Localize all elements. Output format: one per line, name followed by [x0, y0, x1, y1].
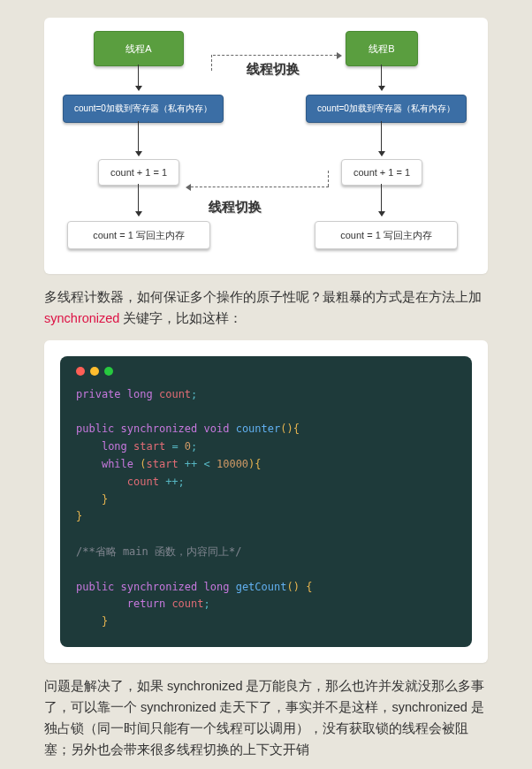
switch-label-2: 线程切换	[209, 199, 262, 216]
paragraph-2: 问题是解决了，如果 synchronized 是万能良方，那么也许并发就没那么多…	[44, 676, 488, 761]
code-block: private long count; public synchronized …	[76, 386, 456, 631]
write-memory-a: count = 1 写回主内存	[67, 221, 210, 249]
thread-a-node: 线程A	[94, 31, 184, 66]
thread-b-node: 线程B	[346, 31, 418, 66]
increment-a: count + 1 = 1	[98, 159, 179, 186]
arrow	[138, 65, 139, 87]
arrow	[138, 121, 139, 152]
arrow	[381, 121, 382, 152]
arrow	[381, 65, 382, 87]
load-register-b: count=0加载到寄存器（私有内存）	[306, 95, 467, 123]
code-card: private long count; public synchronized …	[44, 340, 488, 663]
increment-b: count + 1 = 1	[341, 159, 422, 186]
window-traffic-lights	[76, 367, 456, 376]
thread-diagram-card: 线程A 线程B 线程切换 count=0加载到寄存器（私有内存） count=0…	[44, 18, 488, 274]
arrow	[138, 184, 139, 212]
synchronized-keyword: synchronized	[44, 311, 119, 325]
thread-diagram: 线程A 线程B 线程切换 count=0加载到寄存器（私有内存） count=0…	[63, 22, 469, 270]
code-window: private long count; public synchronized …	[60, 356, 472, 647]
arrow	[381, 184, 382, 212]
para1-text-a: 多线程计数器，如何保证多个操作的原子性呢？最粗暴的方式是在方法上加	[44, 290, 482, 304]
minimize-icon	[90, 367, 99, 376]
switch-label-1: 线程切换	[247, 61, 300, 78]
close-icon	[76, 367, 85, 376]
dashed-connector	[213, 55, 337, 56]
load-register-a: count=0加载到寄存器（私有内存）	[63, 95, 224, 123]
dashed-connector	[211, 55, 212, 71]
write-memory-b: count = 1 写回主内存	[315, 221, 458, 249]
paragraph-1: 多线程计数器，如何保证多个操作的原子性呢？最粗暴的方式是在方法上加 synchr…	[44, 287, 488, 330]
dashed-connector	[328, 171, 329, 187]
maximize-icon	[104, 367, 113, 376]
para1-text-b: 关键字，比如这样：	[119, 311, 242, 325]
dashed-connector	[191, 187, 329, 187]
